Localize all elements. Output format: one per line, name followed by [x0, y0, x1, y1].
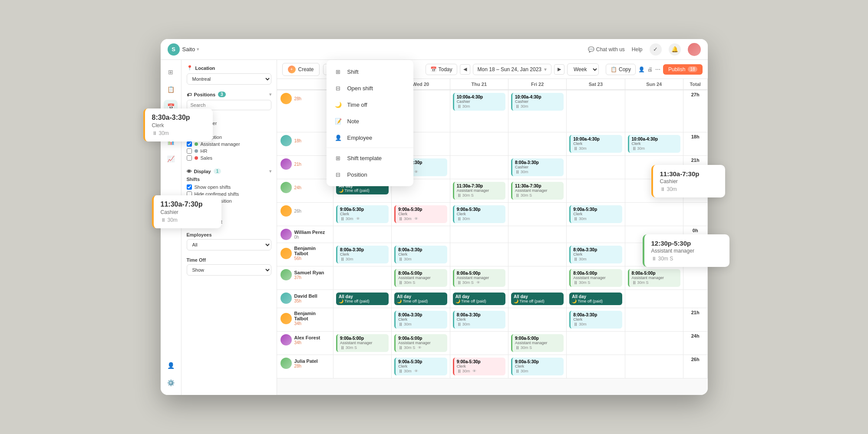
shift-card[interactable]: 9:00a-5:00p Assistant manager ⏸ 30m S 👁 — [394, 334, 447, 352]
shift-card[interactable]: 9:00a-5:00p Assistant manager ⏸ 30m S — [336, 334, 389, 352]
dropdown-position[interactable]: ⊟ Position — [327, 166, 413, 183]
shift-cell[interactable]: 11:30a-7:30p Assistant manager ⏸ 30m S — [508, 179, 566, 203]
shift-cell-empty[interactable] — [625, 203, 683, 226]
shift-cell-empty[interactable] — [508, 226, 566, 243]
position-sales[interactable]: Sales — [187, 155, 271, 161]
shift-cell[interactable]: 9:00a-5:30p Clerk ⏸ 30m — [567, 203, 625, 226]
shift-cell-empty[interactable] — [450, 243, 508, 266]
shift-cell-empty[interactable] — [567, 332, 625, 355]
shift-cell-empty[interactable] — [625, 308, 683, 332]
shift-cell[interactable]: 9:00a-5:30p Clerk ⏸ 30m 👁 — [392, 355, 450, 378]
shift-cell-empty[interactable] — [508, 266, 566, 290]
more-icon[interactable]: ⋯ — [655, 66, 660, 72]
time-off-card[interactable]: All day 🌙 Time off (paid) — [569, 293, 622, 305]
home-icon[interactable]: ⊞ — [164, 65, 178, 79]
shift-cell[interactable]: 10:00a-4:30p Cashier ⏸ 30m — [450, 90, 508, 132]
shift-cell-empty[interactable] — [625, 290, 683, 308]
shift-cell-empty[interactable] — [508, 132, 566, 156]
shift-card[interactable]: 9:00a-5:00p Assistant manager ⏸ 30m S — [511, 334, 564, 352]
shift-card[interactable]: 8:00a-3:30p Clerk ⏸ 30m — [394, 246, 447, 263]
position-assistant-checkbox[interactable] — [187, 141, 192, 147]
shift-cell-empty[interactable] — [567, 90, 625, 132]
shift-cell-empty[interactable] — [450, 156, 508, 179]
shift-cell[interactable]: 9:00a-5:30p Clerk ⏸ 30m — [450, 203, 508, 226]
position-hr-checkbox[interactable] — [187, 148, 192, 154]
dropdown-open-shift[interactable]: ⊟ Open shift — [327, 80, 413, 96]
shift-cell[interactable]: All day 🌙 Time off (paid) — [508, 290, 566, 308]
shift-cell-empty[interactable] — [567, 355, 625, 378]
shift-card[interactable]: 8:00a-3:30p Clerk ⏸ 30m — [569, 311, 622, 329]
show-open-shifts-checkbox[interactable] — [187, 184, 192, 190]
shift-cell-empty[interactable] — [625, 355, 683, 378]
position-hr[interactable]: HR — [187, 148, 271, 155]
shift-cell[interactable]: 9:00a-5:30p Clerk ⏸ 30m 👁 — [392, 203, 450, 226]
shift-cell[interactable]: 8:00a-5:00p Assistant manager ⏸ 30m S — [567, 266, 625, 290]
employees-select[interactable]: All — [187, 239, 271, 250]
shift-card[interactable]: 11:30a-7:30p Assistant manager ⏸ 30m S — [453, 182, 505, 200]
shift-cell-empty[interactable] — [333, 226, 392, 243]
prev-week-button[interactable]: ◀ — [460, 64, 470, 75]
shift-card[interactable]: 11:30a-7:30p Assistant manager ⏸ 30m S — [511, 182, 564, 200]
shift-cell[interactable]: All day 🌙 Time off (paid) — [333, 290, 392, 308]
show-open-shifts[interactable]: Show open shifts — [187, 184, 271, 191]
shift-card[interactable]: 8:00a-5:00p Assistant manager ⏸ 30m S 👁 — [453, 269, 505, 287]
shift-cell[interactable]: 9:00a-5:00p Assistant manager ⏸ 30m S — [508, 332, 566, 355]
shift-cell-empty[interactable] — [625, 332, 683, 355]
position-sales-checkbox[interactable] — [187, 155, 192, 161]
display-collapse[interactable]: ▾ — [269, 169, 271, 174]
shift-card[interactable]: 10:00a-4:30p Clerk ⏸ 30m — [569, 135, 622, 153]
person-icon[interactable]: 👤 — [638, 66, 645, 72]
user-avatar[interactable] — [688, 43, 701, 56]
shift-cell-empty[interactable] — [508, 308, 566, 332]
help-link[interactable]: Help — [632, 46, 643, 53]
dropdown-employee[interactable]: 👤 Employee — [327, 129, 413, 146]
shift-cell[interactable]: 9:00a-5:00p Assistant manager ⏸ 30m S — [333, 332, 392, 355]
reports-icon[interactable]: 📈 — [164, 152, 178, 166]
shift-cell[interactable]: 9:00a-5:00p Assistant manager ⏸ 30m S 👁 — [392, 332, 450, 355]
shift-cell[interactable]: 8:00a-3:30p Clerk ⏸ 30m — [392, 308, 450, 332]
shift-cell[interactable]: 8:00a-3:30p Cashier ⏸ 30m — [508, 156, 566, 179]
people-icon[interactable]: 👤 — [164, 358, 178, 372]
publish-button[interactable]: Publish 18 — [663, 64, 702, 75]
shift-cell-empty[interactable] — [508, 203, 566, 226]
dropdown-shift[interactable]: ⊞ Shift — [327, 63, 413, 80]
shift-card[interactable]: 9:00a-5:30p Clerk ⏸ 30m 👁 — [336, 205, 389, 223]
shift-cell[interactable]: 9:00a-5:30p Clerk ⏸ 30m 👁 — [333, 203, 392, 226]
shift-card[interactable]: 10:00a-4:30p Cashier ⏸ 30m — [511, 93, 564, 111]
shift-cell[interactable]: 9:00a-5:30p Clerk ⏸ 30m — [508, 355, 566, 378]
shift-card[interactable]: 8:00a-3:30p Clerk ⏸ 30m — [336, 246, 389, 263]
shift-cell[interactable]: 8:00a-5:00p Assistant manager ⏸ 30m S — [392, 266, 450, 290]
shift-cell[interactable]: All day 🌙 Time off (paid) — [450, 290, 508, 308]
shift-card[interactable]: 8:00a-3:30p Clerk ⏸ 30m — [569, 246, 622, 263]
shift-cell-empty[interactable] — [508, 243, 566, 266]
dropdown-note[interactable]: 📝 Note — [327, 113, 413, 129]
shift-cell[interactable]: 10:00a-4:30p Cashier ⏸ 30m — [508, 90, 566, 132]
copy-button[interactable]: 📋 Copy — [606, 64, 636, 75]
shift-cell-empty[interactable] — [450, 332, 508, 355]
shift-cell-empty[interactable] — [333, 308, 392, 332]
shift-card[interactable]: 9:00a-5:30p Clerk ⏸ 30m 👁 — [394, 205, 447, 223]
shift-card[interactable]: 8:00a-3:30p Cashier ⏸ 30m — [511, 158, 564, 176]
time-off-card[interactable]: All day 🌙 Time off (paid) — [511, 293, 564, 305]
schedule-icon[interactable]: 📋 — [164, 82, 178, 96]
shift-cell[interactable]: 8:00a-3:30p Clerk ⏸ 30m — [567, 243, 625, 266]
shift-cell[interactable]: 11:30a-7:30p Assistant manager ⏸ 30m S — [450, 179, 508, 203]
shift-card[interactable]: 8:00a-3:30p Clerk ⏸ 30m — [453, 311, 505, 329]
time-off-card[interactable]: All day 🌙 Time off (paid) — [394, 293, 447, 305]
positions-collapse[interactable]: ▾ — [269, 92, 271, 97]
print-icon[interactable]: 🖨 — [647, 66, 653, 72]
shift-card[interactable]: 9:00a-5:30p Clerk ⏸ 30m 👁 — [394, 358, 447, 375]
time-off-card[interactable]: All day 🌙 Time off (paid) — [336, 293, 389, 305]
shift-cell-empty[interactable] — [450, 132, 508, 156]
shift-cell[interactable]: All day 🌙 Time off (paid) — [392, 290, 450, 308]
create-button[interactable]: + Create — [282, 63, 320, 76]
shift-cell[interactable]: 8:00a-5:00p Assistant manager ⏸ 30m S — [625, 266, 683, 290]
shift-cell[interactable]: All day 🌙 Time off (paid) — [567, 290, 625, 308]
shift-cell-empty[interactable] — [625, 90, 683, 132]
shift-cell[interactable]: 10:00a-4:30p Clerk ⏸ 30m — [567, 132, 625, 156]
check-icon[interactable]: ✓ — [650, 43, 662, 56]
today-button[interactable]: 📅 Today — [426, 64, 457, 75]
shift-cell-empty[interactable] — [567, 156, 625, 179]
position-assistant[interactable]: Assistant manager — [187, 141, 271, 148]
shift-card[interactable]: 10:00a-4:30p Clerk ⏸ 30m — [628, 135, 680, 153]
